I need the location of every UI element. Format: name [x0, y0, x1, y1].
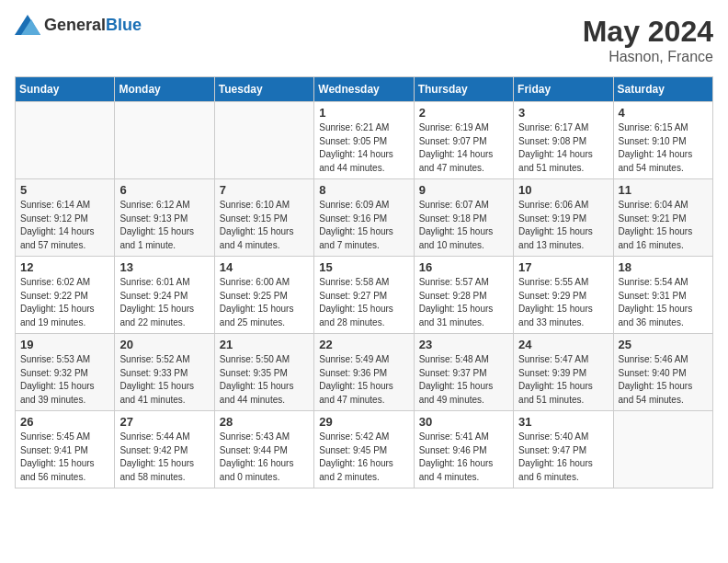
calendar-cell: 17Sunrise: 5:55 AM Sunset: 9:29 PM Dayli…: [514, 257, 613, 334]
calendar-cell: 29Sunrise: 5:42 AM Sunset: 9:45 PM Dayli…: [314, 411, 414, 488]
logo-blue-text: Blue: [106, 16, 142, 34]
day-info: Sunrise: 5:55 AM Sunset: 9:29 PM Dayligh…: [518, 276, 608, 329]
calendar-location: Hasnon, France: [583, 49, 713, 65]
title-block: May 2024 Hasnon, France: [583, 15, 713, 65]
calendar-cell: [214, 102, 313, 179]
day-number: 11: [619, 183, 708, 197]
calendar-cell: 25Sunrise: 5:46 AM Sunset: 9:40 PM Dayli…: [613, 334, 712, 411]
calendar-cell: 6Sunrise: 6:12 AM Sunset: 9:13 PM Daylig…: [115, 179, 214, 257]
day-info: Sunrise: 6:00 AM Sunset: 9:25 PM Dayligh…: [220, 276, 309, 329]
calendar-body: 1Sunrise: 6:21 AM Sunset: 9:05 PM Daylig…: [16, 102, 713, 488]
day-info: Sunrise: 5:47 AM Sunset: 9:39 PM Dayligh…: [518, 353, 608, 407]
day-info: Sunrise: 6:21 AM Sunset: 9:05 PM Dayligh…: [319, 121, 408, 175]
day-info: Sunrise: 5:53 AM Sunset: 9:32 PM Dayligh…: [20, 353, 109, 407]
day-number: 20: [119, 338, 209, 351]
day-number: 6: [119, 183, 209, 197]
page-header: GeneralBlue May 2024 Hasnon, France: [15, 15, 713, 65]
logo: GeneralBlue: [15, 15, 142, 35]
day-number: 13: [119, 260, 209, 274]
day-info: Sunrise: 5:40 AM Sunset: 9:47 PM Dayligh…: [518, 431, 608, 484]
day-number: 26: [20, 415, 109, 429]
calendar-week-row: 1Sunrise: 6:21 AM Sunset: 9:05 PM Daylig…: [16, 102, 713, 179]
calendar-cell: 4Sunrise: 6:15 AM Sunset: 9:10 PM Daylig…: [613, 102, 712, 179]
calendar-cell: 1Sunrise: 6:21 AM Sunset: 9:05 PM Daylig…: [314, 102, 414, 179]
day-info: Sunrise: 6:01 AM Sunset: 9:24 PM Dayligh…: [119, 276, 209, 329]
day-info: Sunrise: 6:07 AM Sunset: 9:18 PM Dayligh…: [419, 199, 508, 252]
weekday-header-wednesday: Wednesday: [314, 77, 414, 102]
logo-icon: [15, 15, 40, 35]
day-number: 19: [20, 338, 109, 351]
day-number: 2: [419, 106, 508, 120]
calendar-cell: [115, 102, 214, 179]
calendar-cell: 15Sunrise: 5:58 AM Sunset: 9:27 PM Dayli…: [314, 257, 414, 334]
day-info: Sunrise: 5:46 AM Sunset: 9:40 PM Dayligh…: [619, 353, 708, 407]
calendar-cell: 31Sunrise: 5:40 AM Sunset: 9:47 PM Dayli…: [514, 411, 613, 488]
day-info: Sunrise: 5:58 AM Sunset: 9:27 PM Dayligh…: [319, 276, 408, 329]
day-info: Sunrise: 6:10 AM Sunset: 9:15 PM Dayligh…: [220, 199, 309, 252]
day-info: Sunrise: 6:19 AM Sunset: 9:07 PM Dayligh…: [419, 121, 508, 175]
day-number: 5: [20, 183, 109, 197]
calendar-cell: 30Sunrise: 5:41 AM Sunset: 9:46 PM Dayli…: [414, 411, 513, 488]
day-info: Sunrise: 5:45 AM Sunset: 9:41 PM Dayligh…: [20, 431, 109, 484]
day-number: 22: [319, 338, 408, 351]
calendar-week-row: 5Sunrise: 6:14 AM Sunset: 9:12 PM Daylig…: [16, 179, 713, 257]
day-number: 16: [419, 260, 508, 274]
day-info: Sunrise: 5:44 AM Sunset: 9:42 PM Dayligh…: [119, 431, 209, 484]
day-info: Sunrise: 6:04 AM Sunset: 9:21 PM Dayligh…: [619, 199, 708, 252]
day-info: Sunrise: 5:57 AM Sunset: 9:28 PM Dayligh…: [419, 276, 508, 329]
calendar-cell: 11Sunrise: 6:04 AM Sunset: 9:21 PM Dayli…: [613, 179, 712, 257]
calendar-cell: 12Sunrise: 6:02 AM Sunset: 9:22 PM Dayli…: [16, 257, 115, 334]
day-info: Sunrise: 6:15 AM Sunset: 9:10 PM Dayligh…: [619, 121, 708, 175]
calendar-cell: 16Sunrise: 5:57 AM Sunset: 9:28 PM Dayli…: [414, 257, 513, 334]
day-number: 29: [319, 415, 408, 429]
calendar-cell: [613, 411, 712, 488]
day-number: 17: [518, 260, 608, 274]
day-number: 8: [319, 183, 408, 197]
weekday-header-sunday: Sunday: [16, 77, 115, 102]
day-info: Sunrise: 6:09 AM Sunset: 9:16 PM Dayligh…: [319, 199, 408, 252]
weekday-header-monday: Monday: [115, 77, 214, 102]
calendar-cell: 19Sunrise: 5:53 AM Sunset: 9:32 PM Dayli…: [16, 334, 115, 411]
calendar-cell: 18Sunrise: 5:54 AM Sunset: 9:31 PM Dayli…: [613, 257, 712, 334]
day-number: 7: [220, 183, 309, 197]
calendar-week-row: 19Sunrise: 5:53 AM Sunset: 9:32 PM Dayli…: [16, 334, 713, 411]
calendar-cell: 10Sunrise: 6:06 AM Sunset: 9:19 PM Dayli…: [514, 179, 613, 257]
day-info: Sunrise: 6:06 AM Sunset: 9:19 PM Dayligh…: [518, 199, 608, 252]
calendar-cell: 26Sunrise: 5:45 AM Sunset: 9:41 PM Dayli…: [16, 411, 115, 488]
calendar-cell: 9Sunrise: 6:07 AM Sunset: 9:18 PM Daylig…: [414, 179, 513, 257]
weekday-header-tuesday: Tuesday: [214, 77, 313, 102]
weekday-header-thursday: Thursday: [414, 77, 513, 102]
calendar-cell: 21Sunrise: 5:50 AM Sunset: 9:35 PM Dayli…: [214, 334, 313, 411]
calendar-cell: 5Sunrise: 6:14 AM Sunset: 9:12 PM Daylig…: [16, 179, 115, 257]
calendar-cell: 23Sunrise: 5:48 AM Sunset: 9:37 PM Dayli…: [414, 334, 513, 411]
calendar-cell: 7Sunrise: 6:10 AM Sunset: 9:15 PM Daylig…: [214, 179, 313, 257]
day-number: 9: [419, 183, 508, 197]
day-number: 30: [419, 415, 508, 429]
calendar-title: May 2024: [583, 15, 713, 49]
day-number: 15: [319, 260, 408, 274]
day-number: 18: [619, 260, 708, 274]
day-number: 25: [619, 338, 708, 351]
day-info: Sunrise: 5:43 AM Sunset: 9:44 PM Dayligh…: [220, 431, 309, 484]
calendar-cell: 24Sunrise: 5:47 AM Sunset: 9:39 PM Dayli…: [514, 334, 613, 411]
calendar-cell: 28Sunrise: 5:43 AM Sunset: 9:44 PM Dayli…: [214, 411, 313, 488]
day-info: Sunrise: 6:14 AM Sunset: 9:12 PM Dayligh…: [20, 199, 109, 252]
day-info: Sunrise: 5:42 AM Sunset: 9:45 PM Dayligh…: [319, 431, 408, 484]
day-number: 21: [220, 338, 309, 351]
calendar-cell: 8Sunrise: 6:09 AM Sunset: 9:16 PM Daylig…: [314, 179, 414, 257]
day-info: Sunrise: 6:12 AM Sunset: 9:13 PM Dayligh…: [119, 199, 209, 252]
calendar-cell: 13Sunrise: 6:01 AM Sunset: 9:24 PM Dayli…: [115, 257, 214, 334]
day-number: 4: [619, 106, 708, 120]
day-number: 12: [20, 260, 109, 274]
day-info: Sunrise: 5:41 AM Sunset: 9:46 PM Dayligh…: [419, 431, 508, 484]
calendar-header-row: SundayMondayTuesdayWednesdayThursdayFrid…: [16, 77, 713, 102]
calendar-cell: [16, 102, 115, 179]
calendar-week-row: 12Sunrise: 6:02 AM Sunset: 9:22 PM Dayli…: [16, 257, 713, 334]
calendar-week-row: 26Sunrise: 5:45 AM Sunset: 9:41 PM Dayli…: [16, 411, 713, 488]
calendar-cell: 3Sunrise: 6:17 AM Sunset: 9:08 PM Daylig…: [514, 102, 613, 179]
calendar-cell: 14Sunrise: 6:00 AM Sunset: 9:25 PM Dayli…: [214, 257, 313, 334]
calendar-cell: 22Sunrise: 5:49 AM Sunset: 9:36 PM Dayli…: [314, 334, 414, 411]
calendar-table: SundayMondayTuesdayWednesdayThursdayFrid…: [15, 76, 713, 488]
day-info: Sunrise: 5:48 AM Sunset: 9:37 PM Dayligh…: [419, 353, 508, 407]
day-info: Sunrise: 5:54 AM Sunset: 9:31 PM Dayligh…: [619, 276, 708, 329]
